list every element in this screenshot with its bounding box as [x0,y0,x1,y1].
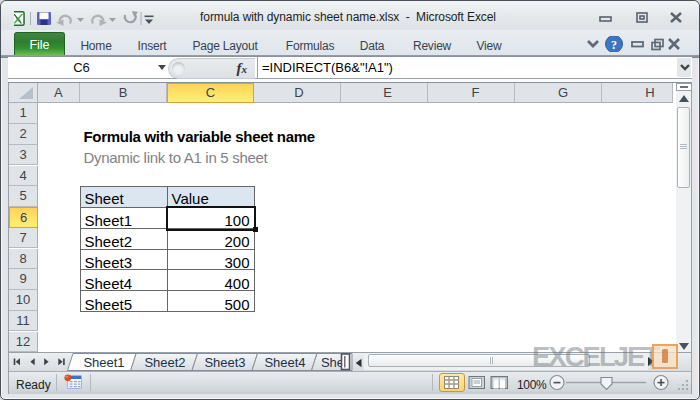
svg-text:Sheet1: Sheet1 [83,355,124,370]
svg-text:She: She [321,355,344,370]
svg-text:Sheet3: Sheet3 [204,355,245,370]
svg-text:Sheet2: Sheet2 [144,355,185,370]
svg-text:Sheet4: Sheet4 [264,355,305,370]
svg-text:?: ? [611,38,617,52]
